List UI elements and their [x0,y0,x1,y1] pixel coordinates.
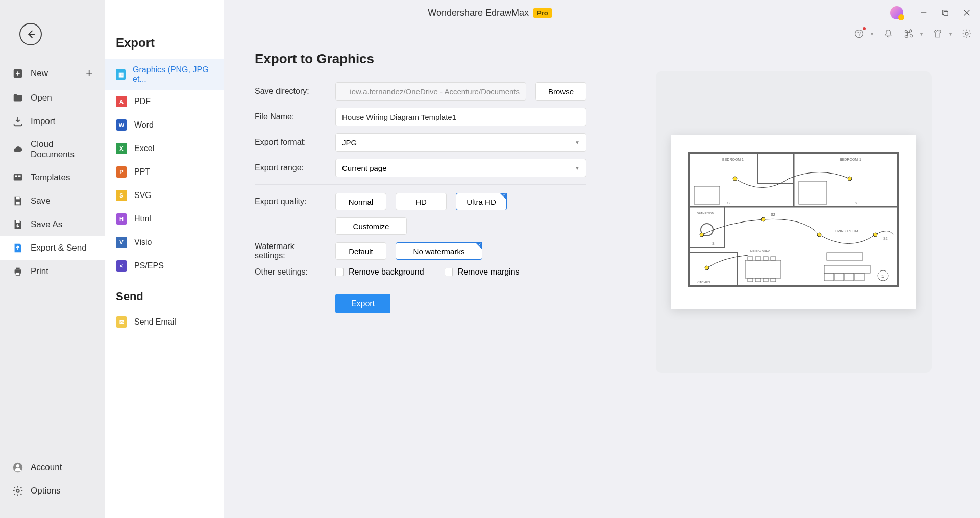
file-menu-sidebar: New + Open Import Cloud Documents Templa… [0,0,105,518]
nav-cloud-documents[interactable]: Cloud Documents [0,133,105,166]
minimize-button[interactable] [918,7,929,18]
command-dropdown-caret[interactable]: ▾ [920,31,923,37]
nav-save[interactable]: Save [0,189,105,213]
export-graphics[interactable]: ▦ Graphics (PNG, JPG et... [105,59,224,90]
export-pdf[interactable]: A PDF [105,90,224,113]
nav-options[interactable]: Options [0,479,105,503]
options-gear-icon [12,485,23,497]
send-item-label: Send Email [134,317,176,327]
nav-label: Open [31,93,52,103]
quality-customize[interactable]: Customize [335,217,407,235]
remove-margins-checkbox[interactable] [445,268,453,276]
nav-label: Import [31,116,55,127]
format-select[interactable]: JPG ▼ [335,133,586,152]
close-button[interactable] [961,7,972,18]
export-button[interactable]: Export [335,294,390,313]
svg-text:BEDROOM 1: BEDROOM 1 [840,158,861,161]
visio-file-icon: V [116,237,127,248]
quality-normal[interactable]: Normal [335,193,386,210]
command-icon[interactable] [903,28,914,39]
watermark-default[interactable]: Default [335,242,386,260]
account-icon [12,462,23,473]
export-html[interactable]: H Html [105,207,224,231]
svg-rect-12 [14,174,22,181]
svg-point-22 [16,464,19,467]
print-icon [12,266,23,277]
svg-text:S: S [712,242,715,245]
svg-point-23 [16,489,19,492]
gear-icon[interactable] [961,28,972,39]
svg-text:BEDROOM 1: BEDROOM 1 [722,158,744,161]
svg-rect-32 [694,186,720,204]
main-content: Export to Graphics Save directory: Brows… [224,0,980,518]
export-visio[interactable]: V Visio [105,231,224,254]
export-excel[interactable]: X Excel [105,137,224,160]
nav-save-as[interactable]: Save As [0,213,105,236]
svg-text:1: 1 [881,274,884,279]
maximize-button[interactable] [940,7,951,18]
watermark-none[interactable]: No watermarks [396,242,482,260]
svg-text:S: S [855,201,857,205]
send-email[interactable]: ✉ Send Email [105,310,224,334]
export-svg[interactable]: S SVG [105,184,224,207]
cloud-icon [12,144,23,155]
svg-text:KITCHEN: KITCHEN [697,281,710,284]
export-item-label: Html [134,214,151,224]
help-icon[interactable]: ? [853,28,865,39]
svg-point-52 [817,233,821,237]
svg-rect-14 [18,175,21,177]
svg-rect-38 [771,257,776,260]
format-label: Export format: [255,138,326,147]
svg-rect-39 [748,278,753,282]
svg-rect-43 [824,265,870,273]
save-dir-input[interactable] [335,82,526,101]
quality-label: Export quality: [255,197,326,206]
nav-print[interactable]: Print [0,260,105,283]
quality-ultra-hd[interactable]: Ultra HD [456,193,507,210]
svg-file-icon: S [116,190,127,201]
save-icon [12,195,23,207]
nav-label: Account [31,462,62,473]
svg-text:?: ? [857,31,861,37]
svg-rect-34 [745,260,781,278]
nav-templates[interactable]: Templates [0,166,105,189]
export-heading: Export [105,36,224,59]
remove-background-checkbox[interactable] [335,268,344,276]
svg-rect-35 [748,257,753,260]
shirt-icon[interactable] [932,28,943,39]
nav-open[interactable]: Open [0,86,105,110]
new-plus-icon[interactable]: + [86,67,92,80]
file-name-input[interactable] [335,108,586,126]
nav-import[interactable]: Import [0,110,105,133]
export-item-label: Excel [134,144,154,153]
quality-hd[interactable]: HD [396,193,447,210]
svg-rect-40 [755,278,761,282]
svg-rect-48 [827,253,863,260]
nav-new[interactable]: New + [0,61,105,86]
bell-icon[interactable] [883,28,894,39]
user-avatar[interactable] [890,6,903,19]
watermark-label: Watermark settings: [255,242,326,260]
svg-point-54 [705,266,709,270]
svg-point-51 [761,217,765,221]
nav-label: Print [31,266,48,277]
export-item-label: Visio [134,238,152,247]
help-dropdown-caret[interactable]: ▾ [871,31,873,37]
form-heading: Export to Graphics [255,51,586,67]
svg-rect-37 [763,257,768,260]
nav-account[interactable]: Account [0,456,105,479]
export-icon [12,242,23,254]
export-ppt[interactable]: P PPT [105,160,224,184]
shirt-dropdown-caret[interactable]: ▾ [949,31,952,37]
export-pseps[interactable]: < PS/EPS [105,254,224,278]
preview-card: color [656,71,932,373]
svg-text:S2: S2 [883,237,888,240]
back-button[interactable] [19,23,42,45]
export-word[interactable]: W Word [105,113,224,137]
ps-file-icon: < [116,260,127,272]
range-select[interactable]: Current page ▼ [335,159,586,177]
ppt-file-icon: P [116,166,127,178]
save-as-icon [12,219,23,230]
browse-button[interactable]: Browse [535,82,586,101]
nav-export-send[interactable]: Export & Send [0,236,105,260]
